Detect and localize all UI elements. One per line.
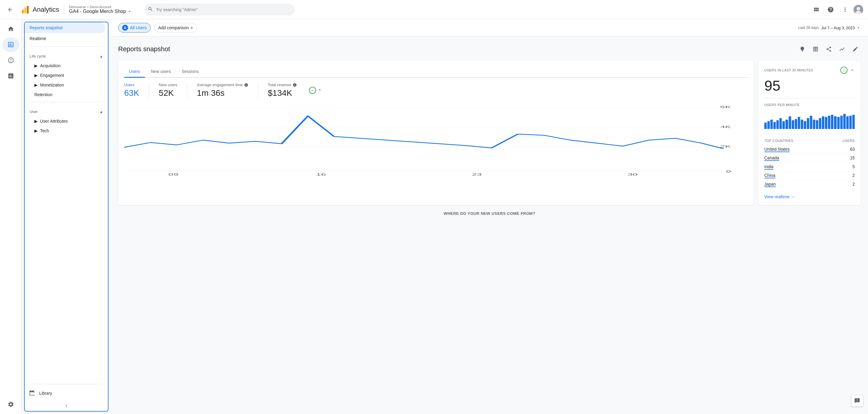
nav-item-engagement[interactable]: ▶ Engagement bbox=[25, 70, 108, 80]
chevron-right-icon: ▶ bbox=[34, 119, 38, 124]
mini-bar-chart bbox=[764, 114, 855, 129]
check-icon[interactable]: ✓ bbox=[840, 67, 847, 74]
nav-item-library[interactable]: Library bbox=[25, 387, 108, 400]
sidebar-item-advertising[interactable] bbox=[2, 69, 19, 83]
nav-item-tech[interactable]: ▶ Tech bbox=[25, 126, 108, 136]
metric-revenue-label: Total revenue bbox=[268, 83, 297, 87]
icon-sidebar bbox=[0, 19, 22, 414]
library-icon bbox=[30, 390, 36, 396]
country-row: India 5 bbox=[764, 162, 855, 171]
sidebar-item-admin[interactable] bbox=[2, 397, 19, 412]
country-name: China bbox=[764, 173, 775, 178]
avatar[interactable] bbox=[854, 5, 863, 14]
nav-item-reports-snapshot[interactable]: Reports snapshot bbox=[25, 22, 105, 33]
countries-list: United States 63 Canada 15 India 5 China… bbox=[764, 145, 855, 188]
sidebar-item-home[interactable] bbox=[2, 22, 19, 36]
nav-section-lifecycle[interactable]: Life cycle ▲ bbox=[25, 49, 108, 61]
mini-bar bbox=[776, 120, 779, 129]
chevron-down-icon bbox=[127, 9, 132, 14]
info-icon bbox=[244, 83, 248, 87]
svg-text:30: 30 bbox=[627, 173, 638, 176]
mini-bar bbox=[831, 115, 833, 129]
mini-bar bbox=[822, 116, 824, 129]
svg-text:16: 16 bbox=[316, 173, 326, 176]
view-realtime-link[interactable]: View realtime → bbox=[764, 194, 855, 199]
main-layout: Reports snapshot Realtime Life cycle ▲ ▶… bbox=[0, 19, 868, 414]
nav-item-retention[interactable]: Retention bbox=[25, 90, 108, 99]
mini-bar bbox=[846, 116, 849, 129]
nav-divider-1 bbox=[30, 46, 103, 47]
feedback-button[interactable] bbox=[851, 395, 863, 407]
nav-section-user[interactable]: User ▲ bbox=[25, 104, 108, 116]
country-name: Japan bbox=[764, 182, 776, 187]
revenue-actions: ✓ bbox=[309, 83, 322, 98]
mini-bar bbox=[770, 120, 773, 129]
table-button[interactable] bbox=[810, 44, 821, 55]
nav-item-realtime[interactable]: Realtime bbox=[25, 33, 105, 44]
realtime-dropdown-icon[interactable] bbox=[850, 68, 855, 73]
country-name: Canada bbox=[764, 156, 779, 160]
metric-engagement-value: 1m 36s bbox=[197, 88, 248, 98]
mini-bar bbox=[825, 117, 827, 129]
mini-bar bbox=[795, 119, 797, 129]
nav-item-user-attributes[interactable]: ▶ User Attributes bbox=[25, 116, 108, 126]
chart-tabs: Users New users Sessions bbox=[124, 67, 747, 78]
add-comparison-chip[interactable]: Add comparison + bbox=[154, 23, 197, 33]
share-button[interactable] bbox=[824, 44, 834, 55]
mini-bar bbox=[852, 115, 855, 129]
panel-divider-2 bbox=[764, 134, 855, 134]
country-row: Canada 15 bbox=[764, 154, 855, 162]
tab-users[interactable]: Users bbox=[124, 67, 145, 78]
back-button[interactable] bbox=[5, 4, 16, 15]
nav-sidebar: Reports snapshot Realtime Life cycle ▲ ▶… bbox=[24, 22, 108, 412]
sidebar-item-explore[interactable] bbox=[2, 53, 19, 67]
date-dropdown-icon bbox=[856, 25, 861, 30]
topbar-actions bbox=[810, 4, 863, 16]
account-name[interactable]: GA4 - Google Merch Shop bbox=[69, 9, 132, 14]
nav-item-monetization[interactable]: ▶ Monetization bbox=[25, 80, 108, 90]
mini-bar bbox=[785, 120, 788, 129]
chart-edit-button[interactable] bbox=[837, 44, 847, 55]
mini-bar bbox=[804, 121, 806, 129]
mini-bar bbox=[767, 121, 770, 129]
more-button[interactable] bbox=[839, 4, 851, 16]
search-wrapper bbox=[144, 4, 295, 16]
svg-text:09: 09 bbox=[168, 173, 179, 176]
mini-bar bbox=[837, 117, 840, 129]
svg-rect-1 bbox=[24, 7, 26, 13]
nav-footer: ‹ bbox=[25, 400, 108, 411]
country-row: China 2 bbox=[764, 171, 855, 180]
mini-bar bbox=[798, 117, 800, 129]
country-users: 5 bbox=[852, 164, 855, 169]
tab-new-users[interactable]: New users bbox=[146, 67, 176, 78]
lightbulb-button[interactable] bbox=[797, 44, 808, 55]
mini-bar bbox=[840, 116, 843, 129]
logo: Analytics bbox=[21, 5, 59, 14]
sidebar-item-reports[interactable] bbox=[2, 37, 19, 52]
nav-divider-2 bbox=[30, 102, 103, 102]
collapse-button[interactable]: ‹ bbox=[65, 402, 67, 409]
date-range-selector[interactable]: Last 28 days Jul 7 – Aug 3, 2023 bbox=[798, 25, 861, 30]
mini-bar bbox=[792, 120, 794, 129]
country-name: India bbox=[764, 164, 773, 169]
nav-item-acquisition[interactable]: ▶ Acquisition bbox=[25, 61, 108, 70]
bottom-section: WHERE DO YOUR NEW USERS COME FROM? bbox=[118, 211, 861, 216]
edit-button[interactable] bbox=[850, 44, 861, 55]
tab-sessions[interactable]: Sessions bbox=[177, 67, 204, 78]
help-button[interactable] bbox=[825, 4, 837, 16]
chevron-right-icon: ▶ bbox=[34, 83, 38, 87]
search-input[interactable] bbox=[144, 4, 295, 16]
top-countries: TOP COUNTRIES USERS United States 63 Can… bbox=[764, 139, 855, 188]
revenue-check[interactable]: ✓ bbox=[309, 87, 316, 94]
revenue-dropdown[interactable] bbox=[317, 87, 322, 93]
metric-users-label: Users bbox=[124, 83, 139, 87]
mini-bar bbox=[816, 120, 818, 129]
metric-sep-1 bbox=[149, 83, 149, 98]
grid-button[interactable] bbox=[810, 4, 822, 16]
svg-text:6K: 6K bbox=[720, 105, 731, 109]
country-users: 63 bbox=[850, 147, 855, 152]
mini-bar bbox=[813, 120, 815, 129]
metric-new-users-value: 52K bbox=[159, 88, 177, 98]
svg-point-4 bbox=[857, 7, 860, 10]
all-users-chip[interactable]: A All Users bbox=[118, 23, 151, 33]
